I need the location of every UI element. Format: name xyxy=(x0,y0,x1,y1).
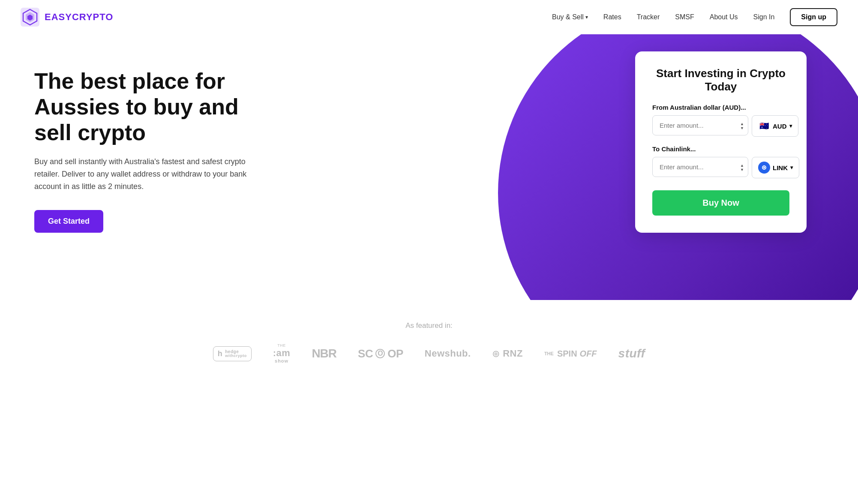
featured-label: As featured in: xyxy=(26,321,832,330)
hero-section: The best place for Aussies to buy and se… xyxy=(0,34,858,300)
buy-sell-chevron-icon: ▾ xyxy=(585,14,588,20)
nav-tracker[interactable]: Tracker xyxy=(637,13,660,21)
nav-smsf[interactable]: SMSF xyxy=(675,13,694,21)
featured-logo-newshub: Newshub. xyxy=(425,348,471,359)
logo[interactable]: EASYCRYPTO xyxy=(21,8,113,27)
to-label: To Chainlink... xyxy=(652,145,789,153)
from-label: From Australian dollar (AUD)... xyxy=(652,104,789,111)
hero-subheading: Buy and sell instantly with Australia's … xyxy=(34,156,257,192)
nav-sign-in[interactable]: Sign In xyxy=(753,13,775,21)
featured-logo-rnz: ◎ RNZ xyxy=(492,348,523,359)
featured-logo-spinoff: THE SPINOFF xyxy=(544,349,597,359)
hero-content: The best place for Aussies to buy and se… xyxy=(0,34,300,258)
featured-logo-amshow: THE :am show xyxy=(273,344,291,363)
from-amount-input[interactable] xyxy=(652,115,748,135)
logo-icon xyxy=(21,8,39,27)
rnz-circle-icon: ◎ xyxy=(492,349,500,358)
hedge-box-icon: h hedge withcrypto xyxy=(213,346,252,361)
from-currency-button[interactable]: 🇦🇺 AUD ▾ xyxy=(752,115,798,137)
from-currency-chevron-icon: ▾ xyxy=(789,123,792,129)
to-amount-input[interactable] xyxy=(652,157,748,177)
featured-section: As featured in: h hedge withcrypto THE :… xyxy=(0,300,858,389)
logo-wordmark: EASYCRYPTO xyxy=(45,12,113,23)
invest-widget: Start Investing in Crypto Today From Aus… xyxy=(635,51,807,233)
svg-point-6 xyxy=(763,167,765,168)
from-amount-spinners[interactable]: ▲ ▼ xyxy=(740,122,744,130)
featured-logo-hedge: h hedge withcrypto xyxy=(213,346,252,361)
nav-buy-sell[interactable]: Buy & Sell ▾ xyxy=(552,13,588,21)
to-currency-button[interactable]: LINK ▾ xyxy=(752,157,799,178)
sign-up-button[interactable]: Sign up xyxy=(790,8,837,26)
nav-about-us[interactable]: About Us xyxy=(710,13,738,21)
featured-logo-stuff: stuff xyxy=(618,347,645,360)
widget-title: Start Investing in Crypto Today xyxy=(652,67,789,93)
header: EASYCRYPTO Buy & Sell ▾ Rates Tracker SM… xyxy=(0,0,858,34)
from-input-row: ▲ ▼ 🇦🇺 AUD ▾ xyxy=(652,115,789,137)
link-crypto-icon xyxy=(758,162,770,174)
to-input-row: ▲ ▼ LINK ▾ xyxy=(652,157,789,178)
aud-flag-icon: 🇦🇺 xyxy=(758,120,770,132)
buy-now-button[interactable]: Buy Now xyxy=(652,190,789,216)
main-nav: Buy & Sell ▾ Rates Tracker SMSF About Us… xyxy=(552,8,837,26)
scoop-o-icon: O xyxy=(375,349,385,358)
featured-logo-nbr: NBR xyxy=(312,347,336,360)
get-started-button[interactable]: Get Started xyxy=(34,210,103,233)
featured-logo-scoop: SC O OP xyxy=(358,347,403,360)
featured-logos-row: h hedge withcrypto THE :am show NBR SC O… xyxy=(26,344,832,363)
to-amount-spinners[interactable]: ▲ ▼ xyxy=(740,164,744,172)
hero-heading: The best place for Aussies to buy and se… xyxy=(34,69,274,145)
nav-rates[interactable]: Rates xyxy=(603,13,621,21)
to-currency-chevron-icon: ▾ xyxy=(790,165,793,171)
